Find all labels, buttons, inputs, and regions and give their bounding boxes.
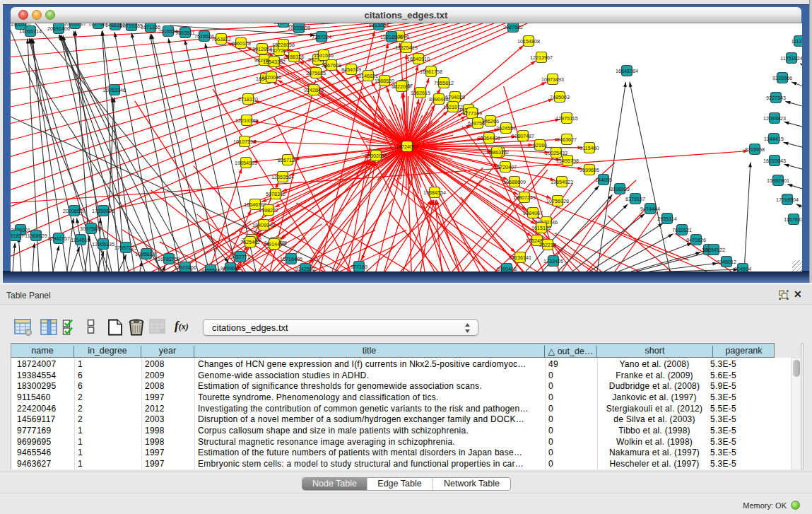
svg-text:1154519: 1154519 bbox=[71, 237, 90, 243]
svg-text:13495798: 13495798 bbox=[556, 158, 579, 164]
svg-text:10154808: 10154808 bbox=[517, 38, 540, 45]
svg-text:9777169: 9777169 bbox=[462, 110, 482, 117]
svg-text:144095: 144095 bbox=[595, 177, 612, 183]
svg-text:9663811: 9663811 bbox=[175, 30, 194, 36]
svg-text:12923466: 12923466 bbox=[174, 264, 196, 271]
svg-text:14136141: 14136141 bbox=[509, 255, 531, 261]
svg-text:10688609: 10688609 bbox=[503, 179, 526, 185]
svg-text:7986372: 7986372 bbox=[487, 149, 507, 156]
svg-text:13505135: 13505135 bbox=[92, 241, 114, 247]
svg-text:8215958: 8215958 bbox=[745, 146, 765, 153]
svg-text:7625402: 7625402 bbox=[240, 239, 260, 245]
svg-text:62160: 62160 bbox=[533, 142, 547, 148]
svg-text:10653267: 10653267 bbox=[64, 23, 86, 27]
svg-text:1671355: 1671355 bbox=[141, 24, 160, 30]
svg-text:1615132: 1615132 bbox=[531, 225, 551, 231]
svg-text:8813054: 8813054 bbox=[369, 23, 389, 28]
svg-text:12093823: 12093823 bbox=[763, 115, 786, 122]
svg-text:16033809: 16033809 bbox=[288, 25, 310, 31]
svg-text:11751024: 11751024 bbox=[780, 55, 802, 62]
svg-text:10973493: 10973493 bbox=[541, 76, 564, 83]
svg-text:3875685: 3875685 bbox=[306, 70, 326, 76]
svg-text:9463627: 9463627 bbox=[557, 136, 577, 143]
svg-text:30975887: 30975887 bbox=[80, 226, 102, 232]
svg-text:1531546: 1531546 bbox=[314, 52, 334, 59]
svg-text:9699695: 9699695 bbox=[220, 265, 240, 271]
svg-text:9227343: 9227343 bbox=[766, 95, 786, 101]
svg-text:16961758: 16961758 bbox=[420, 69, 442, 75]
svg-text:15692901: 15692901 bbox=[767, 177, 789, 184]
svg-text:9465546: 9465546 bbox=[201, 267, 220, 271]
svg-text:20206520: 20206520 bbox=[63, 208, 86, 214]
svg-text:12213389: 12213389 bbox=[235, 117, 258, 124]
svg-text:2867608: 2867608 bbox=[322, 62, 341, 69]
svg-text:8471626: 8471626 bbox=[686, 237, 706, 243]
svg-text:252214: 252214 bbox=[539, 242, 556, 248]
svg-text:17359928: 17359928 bbox=[92, 208, 114, 214]
svg-text:18807249: 18807249 bbox=[513, 194, 536, 201]
svg-text:2087682: 2087682 bbox=[503, 24, 523, 30]
svg-text:9474444: 9474444 bbox=[640, 206, 660, 212]
svg-text:9084067: 9084067 bbox=[523, 210, 543, 216]
svg-text:19654983: 19654983 bbox=[235, 160, 257, 166]
svg-text:1498222: 1498222 bbox=[259, 207, 278, 214]
svg-text:6379197: 6379197 bbox=[625, 196, 645, 202]
svg-text:19384554: 19384554 bbox=[423, 189, 446, 196]
svg-text:17016504: 17016504 bbox=[776, 197, 799, 203]
svg-text:7955812: 7955812 bbox=[434, 80, 454, 86]
svg-text:9699695: 9699695 bbox=[579, 167, 599, 173]
svg-text:8186328: 8186328 bbox=[284, 54, 304, 60]
svg-text:1167533: 1167533 bbox=[784, 216, 802, 223]
svg-text:25302035: 25302035 bbox=[365, 153, 387, 159]
svg-text:8267130: 8267130 bbox=[278, 157, 298, 163]
svg-text:18724007: 18724007 bbox=[396, 144, 418, 150]
svg-text:20053346: 20053346 bbox=[103, 87, 126, 93]
svg-text:8938923: 8938923 bbox=[610, 186, 630, 192]
svg-text:12213967: 12213967 bbox=[530, 54, 553, 61]
svg-text:11325419: 11325419 bbox=[395, 45, 417, 51]
svg-text:3624554: 3624554 bbox=[496, 125, 516, 132]
svg-text:6322037: 6322037 bbox=[392, 83, 411, 90]
svg-text:12942757: 12942757 bbox=[47, 235, 70, 242]
svg-text:12975115: 12975115 bbox=[555, 115, 577, 122]
svg-text:8990448: 8990448 bbox=[497, 266, 517, 271]
svg-text:7515526: 7515526 bbox=[194, 33, 214, 40]
svg-text:19409948: 19409948 bbox=[252, 222, 275, 228]
svg-text:9329966: 9329966 bbox=[772, 75, 792, 81]
svg-text:2718170: 2718170 bbox=[238, 96, 258, 103]
svg-text:6794028: 6794028 bbox=[445, 94, 465, 100]
svg-text:2420046: 2420046 bbox=[261, 74, 281, 81]
svg-text:11568629: 11568629 bbox=[25, 233, 47, 239]
svg-text:2935114: 2935114 bbox=[657, 216, 676, 222]
svg-text:16782759: 16782759 bbox=[158, 256, 180, 262]
svg-text:391857: 391857 bbox=[11, 233, 24, 239]
svg-text:9242502: 9242502 bbox=[295, 266, 315, 271]
svg-text:1362615: 1362615 bbox=[411, 90, 430, 96]
svg-text:8660128: 8660128 bbox=[231, 40, 251, 47]
svg-text:15716485: 15716485 bbox=[280, 256, 302, 262]
svg-text:1733426: 1733426 bbox=[543, 258, 563, 264]
svg-text:746266: 746266 bbox=[482, 118, 499, 124]
svg-text:10958107: 10958107 bbox=[135, 251, 158, 257]
svg-text:16648784: 16648784 bbox=[616, 68, 638, 74]
svg-text:10107552: 10107552 bbox=[233, 139, 256, 145]
svg-text:9245012: 9245012 bbox=[717, 259, 736, 265]
svg-text:10719185: 10719185 bbox=[120, 23, 143, 29]
svg-text:12353584: 12353584 bbox=[271, 174, 294, 180]
svg-text:7663822: 7663822 bbox=[211, 36, 231, 42]
svg-text:16640910: 16640910 bbox=[407, 56, 430, 62]
svg-text:19218506: 19218506 bbox=[380, 34, 403, 40]
svg-text:14055714: 14055714 bbox=[19, 28, 42, 35]
svg-text:17957223: 17957223 bbox=[114, 245, 137, 251]
svg-text:977169: 977169 bbox=[351, 264, 367, 270]
svg-text:111275: 111275 bbox=[792, 38, 802, 45]
svg-text:7485063: 7485063 bbox=[550, 94, 570, 100]
svg-text:19654923: 19654923 bbox=[551, 179, 573, 185]
svg-text:10756928: 10756928 bbox=[546, 198, 569, 204]
svg-text:8454749: 8454749 bbox=[341, 66, 361, 73]
svg-text:9115460: 9115460 bbox=[579, 145, 599, 151]
svg-text:10807487: 10807487 bbox=[512, 133, 534, 139]
svg-text:16210643: 16210643 bbox=[763, 158, 786, 164]
svg-text:14914479: 14914479 bbox=[263, 241, 286, 247]
svg-text:10654122: 10654122 bbox=[702, 247, 725, 253]
